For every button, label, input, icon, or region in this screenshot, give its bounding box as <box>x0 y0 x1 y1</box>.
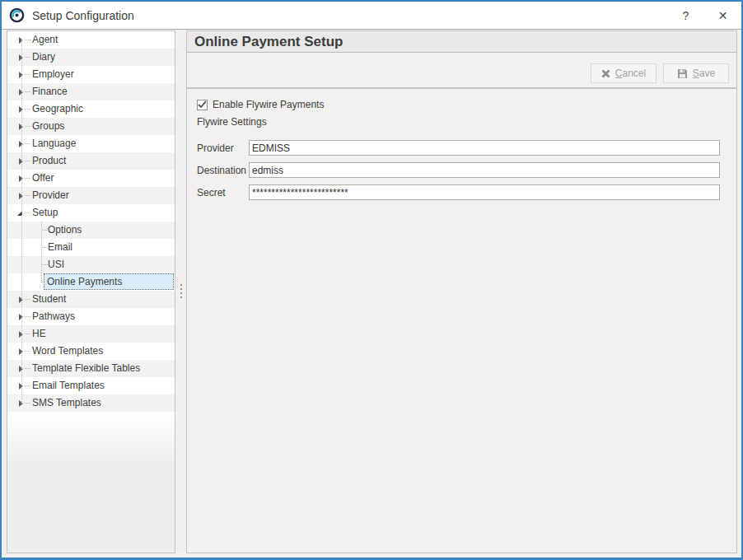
enable-flywire-checkbox[interactable] <box>197 100 208 110</box>
provider-field-row: Provider <box>197 140 736 156</box>
provider-input[interactable] <box>249 140 720 156</box>
sidebar-item-language[interactable]: Language <box>7 135 175 152</box>
sidebar-item-label: HE <box>32 328 46 339</box>
tree-dotted-line <box>25 299 30 300</box>
sidebar-item-label: Agent <box>32 34 58 45</box>
sidebar-item-label: USI <box>48 259 64 270</box>
sidebar-item-label: Geographic <box>32 103 83 114</box>
sidebar-item-sms-templates[interactable]: SMS Templates <box>7 394 175 412</box>
x-icon <box>601 69 610 78</box>
sidebar-item-label: Setup <box>32 207 58 218</box>
sidebar-item-label: Language <box>32 138 76 149</box>
sidebar-item-label: Diary <box>32 51 55 63</box>
sidebar-item-label: SMS Templates <box>32 397 101 408</box>
sidebar-item-groups[interactable]: Groups <box>7 118 175 135</box>
tree-dotted-line <box>42 264 48 265</box>
secret-label: Secret <box>197 187 249 198</box>
sidebar-item-student[interactable]: Student <box>7 291 175 308</box>
tree-dotted-line <box>25 351 30 352</box>
sidebar-item-label: Student <box>32 293 66 305</box>
sidebar-item-label: Offer <box>32 172 54 184</box>
destination-label: Destination <box>197 165 249 176</box>
tree-dotted-line <box>25 74 30 75</box>
page-title: Online Payment Setup <box>194 34 343 50</box>
tree-dotted-line <box>25 195 30 196</box>
titlebar: Setup Configuration ? ✕ <box>2 2 741 29</box>
sidebar-item-label: Groups <box>32 120 64 132</box>
tree-dotted-line <box>21 40 22 404</box>
sidebar-item-label: Employer <box>32 68 74 80</box>
sidebar-item-label: Online Payments <box>47 276 122 287</box>
sidebar-item-label: Provider <box>32 189 69 201</box>
splitter-grip-icon[interactable] <box>180 284 182 301</box>
save-button[interactable]: Save <box>663 63 729 83</box>
tree-dotted-line <box>25 403 30 404</box>
destination-field-row: Destination <box>197 162 736 178</box>
panel-splitter[interactable] <box>175 30 186 553</box>
secret-field-row: Secret <box>197 184 736 200</box>
sidebar-item-email-templates[interactable]: Email Templates <box>7 377 175 394</box>
sidebar-item-product[interactable]: Product <box>7 152 175 170</box>
tree-dotted-line <box>25 316 30 317</box>
tree-dotted-line <box>25 91 30 92</box>
sidebar-item-label: Email <box>48 241 72 253</box>
sidebar-item-employer[interactable]: Employer <box>7 66 175 83</box>
sidebar-item-word-templates[interactable]: Word Templates <box>7 343 175 360</box>
sidebar-item-setup[interactable]: Setup <box>7 204 175 222</box>
sidebar-item-label: Options <box>48 224 82 236</box>
page-header: Online Payment Setup <box>187 31 736 53</box>
selected-item-highlight: Online Payments <box>44 273 174 290</box>
app-logo-icon <box>9 7 25 23</box>
sidebar-item-offer[interactable]: Offer <box>7 170 175 187</box>
tree-dotted-line <box>25 40 30 40</box>
tree-dotted-line <box>42 230 48 231</box>
destination-input[interactable] <box>249 162 720 178</box>
sidebar-item-usi[interactable]: USI <box>7 256 175 273</box>
sidebar-item-agent[interactable]: Agent <box>7 31 175 49</box>
close-button[interactable]: ✕ <box>704 2 741 29</box>
content-area: AgentDiaryEmployerFinanceGeographicGroup… <box>2 29 741 558</box>
tree-dotted-line <box>25 57 30 58</box>
tree-dotted-line <box>25 368 30 369</box>
sidebar-item-geographic[interactable]: Geographic <box>7 100 175 118</box>
flywire-settings-heading: Flywire Settings <box>197 116 736 128</box>
sidebar-item-options[interactable]: Options <box>7 222 175 239</box>
sidebar-item-label: Email Templates <box>32 380 105 391</box>
sidebar-item-diary[interactable]: Diary <box>7 49 175 66</box>
sidebar-item-label: Product <box>32 155 66 166</box>
config-tree: AgentDiaryEmployerFinanceGeographicGroup… <box>7 30 175 553</box>
setup-configuration-window: Setup Configuration ? ✕ AgentDiaryEmploy… <box>0 0 743 560</box>
provider-label: Provider <box>197 142 249 154</box>
tree-dotted-line <box>41 222 42 282</box>
tree-dotted-line <box>42 247 48 248</box>
sidebar-item-label: Pathways <box>32 310 75 322</box>
window-title: Setup Configuration <box>32 9 667 22</box>
floppy-disk-icon <box>677 68 688 79</box>
sidebar-item-label: Finance <box>32 86 68 97</box>
sidebar-item-label: Word Templates <box>32 345 103 357</box>
checkmark-icon <box>198 100 207 109</box>
help-button[interactable]: ? <box>667 2 704 29</box>
sidebar-item-provider[interactable]: Provider <box>7 187 175 204</box>
enable-flywire-label: Enable Flywire Payments <box>213 99 324 110</box>
toolbar: Cancel Save <box>187 53 736 89</box>
sidebar-item-he[interactable]: HE <box>7 325 175 343</box>
tree-dotted-line <box>25 385 30 386</box>
online-payment-form: Enable Flywire Payments Flywire Settings… <box>187 89 736 553</box>
tree-dotted-line <box>25 178 30 179</box>
tree-dotted-line <box>25 161 30 161</box>
sidebar-item-finance[interactable]: Finance <box>7 83 175 100</box>
tree-dotted-line <box>25 212 30 213</box>
secret-input[interactable] <box>249 184 720 200</box>
sidebar-item-label: Template Flexible Tables <box>32 362 140 374</box>
main-panel: Online Payment Setup Cancel S <box>186 30 737 553</box>
tree-dotted-line <box>25 109 30 110</box>
cancel-button[interactable]: Cancel <box>591 63 657 83</box>
sidebar-item-pathways[interactable]: Pathways <box>7 308 175 325</box>
sidebar-item-email[interactable]: Email <box>7 239 175 256</box>
sidebar-item-online-payments[interactable]: Online Payments <box>7 273 175 291</box>
sidebar-item-template-flexible-tables[interactable]: Template Flexible Tables <box>7 360 175 377</box>
tree-dotted-line <box>25 334 30 334</box>
tree-dotted-line <box>25 126 30 127</box>
tree-dotted-line <box>25 143 30 144</box>
